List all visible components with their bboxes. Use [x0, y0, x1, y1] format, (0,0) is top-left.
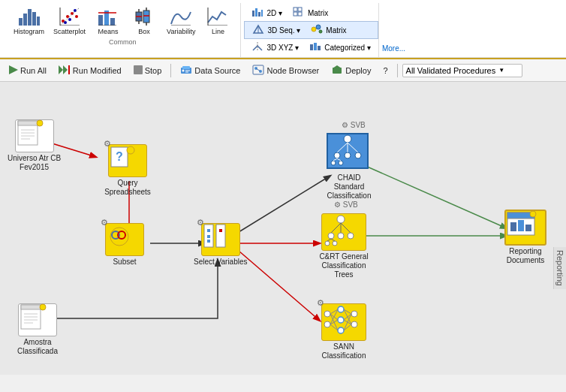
node-browser-button[interactable]: Node Browser — [248, 63, 324, 78]
ribbon-matrix[interactable]: Matrix — [290, 6, 331, 20]
help-button[interactable]: ? — [378, 65, 392, 77]
ribbon-common-label: Common — [11, 37, 234, 47]
means-label: Means — [98, 28, 119, 35]
svg-line-107 — [341, 223, 351, 233]
svb-label-1: ⚙ SVB — [342, 121, 366, 129]
subset-icon — [105, 223, 144, 256]
svg-rect-26 — [143, 11, 149, 23]
amostra-label: Amostra Classificada — [8, 338, 68, 356]
svg-rect-38 — [294, 12, 297, 16]
svg-rect-89 — [219, 229, 222, 232]
ribbon-3dseq[interactable]: 3D Seq. ▾ — [249, 23, 303, 37]
node-reporting[interactable]: Reporting Documents — [495, 210, 555, 265]
run-all-label: Run All — [20, 66, 47, 75]
sep1 — [170, 64, 171, 77]
svb-label-2: ⚙ SVB — [334, 201, 358, 209]
svg-line-94 — [337, 143, 348, 152]
ribbon-categorized[interactable]: Categorized ▾ — [306, 41, 374, 54]
more-link[interactable]: More... — [382, 44, 408, 54]
node-sann[interactable]: ⚙ SANN Classification — [314, 303, 374, 360]
selectvars-icon — [201, 223, 240, 256]
deploy-button[interactable]: Deploy — [327, 63, 375, 78]
svg-point-56 — [182, 69, 185, 71]
svg-rect-91 — [207, 240, 210, 243]
svg-point-83 — [110, 228, 128, 246]
svg-point-11 — [68, 18, 71, 21]
node-chaid[interactable]: CHAID Standard Classification — [323, 133, 375, 201]
node-cart[interactable]: C&RT General Classification Trees — [314, 213, 374, 279]
box-label: Box — [138, 28, 150, 35]
node-query[interactable]: ? ⚙ Query Spreadsheets — [98, 144, 158, 197]
run-modified-button[interactable]: Run Modified — [54, 64, 126, 77]
svg-point-12 — [75, 15, 78, 18]
svg-point-146 — [40, 304, 46, 310]
svg-rect-136 — [510, 222, 516, 231]
svg-line-96 — [348, 143, 358, 152]
svg-rect-87 — [216, 225, 225, 247]
data-source-label: Data Source — [194, 66, 240, 75]
histogram-icon — [16, 5, 43, 27]
svg-line-103 — [337, 158, 341, 161]
node-subset[interactable]: ⚙ Subset — [105, 223, 144, 267]
svg-line-126 — [330, 320, 338, 324]
svg-marker-50 — [59, 65, 63, 74]
reporting-sidebar: Reporting — [553, 247, 566, 289]
variability-label: Variability — [167, 28, 195, 35]
iconplots-icon — [311, 24, 323, 36]
svg-point-118 — [338, 317, 344, 323]
svg-line-122 — [330, 309, 338, 314]
node-universo[interactable]: Universo Atr CBFev2015 — [8, 119, 61, 172]
svg-point-100 — [331, 161, 336, 165]
svg-rect-39 — [298, 12, 302, 16]
line-icon — [204, 5, 231, 27]
svg-marker-49 — [9, 65, 18, 74]
svg-line-70 — [239, 251, 320, 321]
svg-line-124 — [330, 314, 338, 330]
procedures-dropdown[interactable]: All Validated Procedures ▼ — [402, 64, 522, 77]
svg-rect-48 — [318, 46, 321, 50]
svg-point-120 — [351, 311, 357, 317]
ribbon-row2: 3D Seq. ▾ Matrix — [244, 21, 378, 39]
deploy-icon — [331, 65, 343, 77]
svg-marker-64 — [333, 65, 342, 68]
amostra-icon — [18, 303, 57, 336]
ribbon-item-means[interactable]: Means — [92, 3, 125, 37]
ribbon-item-box[interactable]: Box — [128, 3, 161, 37]
svg-rect-92 — [327, 134, 368, 168]
node-selectvars[interactable]: ⚙ Select Variables — [194, 223, 248, 267]
svg-line-128 — [344, 309, 351, 314]
ribbon-item-line[interactable]: Line — [201, 3, 234, 37]
stop-button[interactable]: Stop — [129, 64, 167, 77]
chart3dxyz-icon — [251, 41, 263, 53]
stop-label: Stop — [145, 66, 162, 75]
more-container: More... — [382, 3, 408, 57]
svg-rect-55 — [182, 66, 190, 69]
svg-point-108 — [328, 233, 334, 239]
ribbon: Histogram Scatterplot Means — [0, 0, 566, 59]
selectvars-gear: ⚙ — [197, 218, 204, 228]
svg-line-71 — [366, 166, 507, 228]
svg-point-139 — [530, 211, 536, 217]
ribbon-item-variability[interactable]: Variability — [164, 3, 198, 37]
svg-rect-88 — [207, 229, 210, 232]
ribbon-2d[interactable]: 2D ▾ — [248, 6, 285, 20]
run-all-button[interactable]: Run All — [5, 64, 51, 77]
svg-point-93 — [344, 135, 351, 143]
chart2d-icon — [251, 7, 263, 19]
ribbon-3dxyz[interactable]: 3D XYZ ▾ — [248, 41, 302, 54]
data-source-button[interactable]: Data Source — [176, 63, 245, 78]
svg-line-114 — [331, 239, 335, 241]
stop-icon — [134, 65, 143, 76]
svg-rect-34 — [258, 12, 260, 17]
ribbon-iconplots[interactable]: Matrix — [308, 23, 349, 37]
svg-point-101 — [339, 161, 343, 165]
svg-rect-137 — [518, 220, 524, 231]
svg-point-121 — [351, 321, 357, 327]
ribbon-item-scatterplot[interactable]: Scatterplot — [50, 3, 89, 37]
deploy-label: Deploy — [345, 66, 371, 75]
workflow-canvas[interactable]: Universo Atr CBFev2015 ? ⚙ Query Spreads… — [0, 82, 566, 375]
subset-gear: ⚙ — [101, 218, 108, 228]
svg-point-84 — [112, 231, 119, 239]
ribbon-item-histogram[interactable]: Histogram — [11, 3, 47, 37]
node-amostra[interactable]: Amostra Classificada — [8, 303, 68, 356]
